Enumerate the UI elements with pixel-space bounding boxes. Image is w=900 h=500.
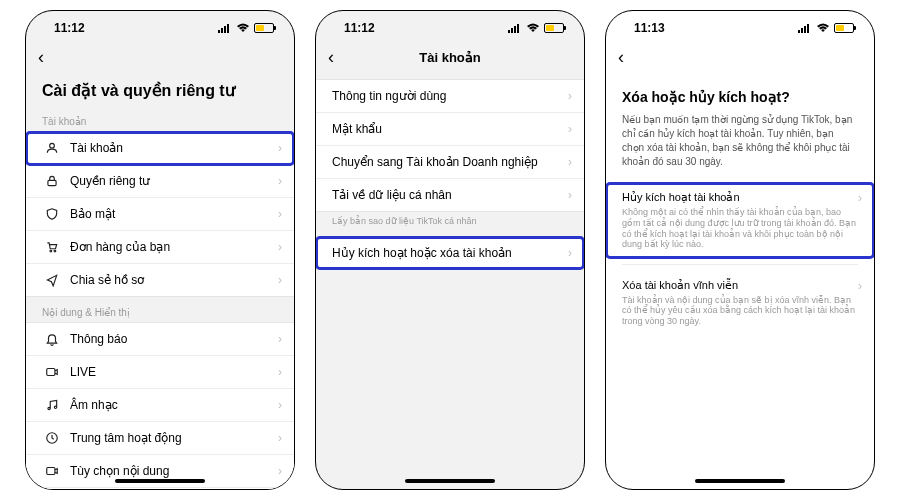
list-deactivate: Hủy kích hoạt hoặc xóa tài khoản ›: [316, 236, 584, 270]
row-switch-business[interactable]: Chuyển sang Tài khoản Doanh nghiệp ›: [316, 146, 584, 179]
live-icon: [42, 365, 62, 379]
lock-icon: [42, 174, 62, 188]
chevron-right-icon: ›: [568, 188, 572, 202]
row-deactivate[interactable]: Hủy kích hoạt tài khoản Không một ai có …: [606, 183, 874, 258]
row-label: Thông báo: [70, 332, 278, 346]
status-bar: 11:12: [26, 11, 294, 41]
row-label: Đơn hàng của bạn: [70, 240, 278, 254]
nav-bar: ‹: [606, 41, 874, 73]
chevron-right-icon: ›: [568, 155, 572, 169]
signal-icon: [508, 23, 522, 33]
status-icons: [798, 23, 854, 33]
row-notifications[interactable]: Thông báo ›: [26, 323, 294, 356]
signal-icon: [218, 23, 232, 33]
row-label: Trung tâm hoạt động: [70, 431, 278, 445]
svg-rect-17: [517, 24, 519, 33]
svg-rect-8: [47, 369, 55, 376]
wifi-icon: [526, 23, 540, 33]
svg-rect-15: [511, 28, 513, 33]
page-desc: Nếu bạn muốn tạm thời ngừng sử dụng TikT…: [606, 113, 874, 183]
status-time: 11:12: [54, 21, 85, 35]
row-label: Quyền riêng tư: [70, 174, 278, 188]
battery-icon: [834, 23, 854, 33]
chevron-right-icon: ›: [278, 141, 282, 155]
phone-screen-1: 11:12 ‹ Cài đặt và quyền riêng tư Tài kh…: [25, 10, 295, 490]
option-title: Hủy kích hoạt tài khoản: [622, 191, 858, 204]
row-privacy[interactable]: Quyền riêng tư ›: [26, 165, 294, 198]
row-account[interactable]: Tài khoản ›: [26, 132, 294, 165]
row-activity[interactable]: Trung tâm hoạt động ›: [26, 422, 294, 455]
chevron-right-icon: ›: [278, 398, 282, 412]
row-user-info[interactable]: Thông tin người dùng ›: [316, 80, 584, 113]
chevron-right-icon: ›: [858, 279, 862, 293]
wifi-icon: [236, 23, 250, 33]
row-download-data[interactable]: Tải về dữ liệu cá nhân ›: [316, 179, 584, 211]
svg-rect-1: [221, 28, 223, 33]
nav-title: Tài khoản: [419, 50, 480, 65]
content: Thông tin người dùng › Mật khẩu › Chuyển…: [316, 73, 584, 489]
svg-rect-21: [807, 24, 809, 33]
nav-bar: ‹ Tài khoản: [316, 41, 584, 73]
status-time: 11:13: [634, 21, 665, 35]
music-icon: [42, 398, 62, 412]
row-orders[interactable]: Đơn hàng của bạn ›: [26, 231, 294, 264]
row-label: Tài khoản: [70, 141, 278, 155]
svg-point-6: [50, 250, 52, 252]
svg-point-10: [54, 406, 56, 408]
video-icon: [42, 464, 62, 478]
section-header-content: Nội dung & Hiển thị: [26, 301, 294, 322]
list-account: Tài khoản › Quyền riêng tư › Bảo mật › Đ…: [26, 131, 294, 297]
svg-rect-0: [218, 30, 220, 33]
bell-icon: [42, 332, 62, 346]
status-bar: 11:13: [606, 11, 874, 41]
list-options: Hủy kích hoạt tài khoản Không một ai có …: [606, 183, 874, 335]
nav-bar: ‹: [26, 41, 294, 73]
svg-point-7: [54, 250, 56, 252]
option-sub: Tài khoản và nội dung của bạn sẽ bị xóa …: [622, 295, 858, 327]
back-button[interactable]: ‹: [328, 47, 334, 68]
chevron-right-icon: ›: [568, 89, 572, 103]
row-label: Hủy kích hoạt hoặc xóa tài khoản: [332, 246, 568, 260]
svg-point-9: [48, 407, 50, 409]
page-title: Cài đặt và quyền riêng tư: [26, 73, 294, 110]
row-delete-permanent[interactable]: Xóa tài khoản vĩnh viễn Tài khoản và nội…: [606, 271, 874, 335]
chevron-right-icon: ›: [278, 240, 282, 254]
battery-icon: [254, 23, 274, 33]
row-ads[interactable]: Quảng cáo ›: [26, 488, 294, 489]
section-header-account: Tài khoản: [26, 110, 294, 131]
user-icon: [42, 141, 62, 155]
home-indicator[interactable]: [405, 479, 495, 483]
download-data-note: Lấy bản sao dữ liệu TikTok cá nhân: [316, 212, 584, 236]
chevron-right-icon: ›: [278, 207, 282, 221]
row-share-profile[interactable]: Chia sẻ hồ sơ ›: [26, 264, 294, 296]
home-indicator[interactable]: [115, 479, 205, 483]
row-password[interactable]: Mật khẩu ›: [316, 113, 584, 146]
signal-icon: [798, 23, 812, 33]
row-live[interactable]: LIVE ›: [26, 356, 294, 389]
chevron-right-icon: ›: [858, 191, 862, 205]
row-label: Tùy chọn nội dung: [70, 464, 278, 478]
chevron-right-icon: ›: [278, 464, 282, 478]
home-indicator[interactable]: [695, 479, 785, 483]
svg-rect-18: [798, 30, 800, 33]
status-bar: 11:12: [316, 11, 584, 41]
svg-rect-19: [801, 28, 803, 33]
svg-rect-3: [227, 24, 229, 33]
row-music[interactable]: Âm nhạc ›: [26, 389, 294, 422]
chevron-right-icon: ›: [278, 332, 282, 346]
option-sub: Không một ai có thể nhìn thấy tài khoản …: [622, 207, 858, 250]
shield-icon: [42, 207, 62, 221]
chevron-right-icon: ›: [568, 122, 572, 136]
content: Xóa hoặc hủy kích hoạt? Nếu bạn muốn tạm…: [606, 73, 874, 489]
svg-rect-5: [48, 180, 56, 185]
row-content-prefs[interactable]: Tùy chọn nội dung ›: [26, 455, 294, 488]
row-deactivate-delete[interactable]: Hủy kích hoạt hoặc xóa tài khoản ›: [316, 237, 584, 269]
phone-screen-3: 11:13 ‹ Xóa hoặc hủy kích hoạt? Nếu bạn …: [605, 10, 875, 490]
back-button[interactable]: ‹: [38, 47, 44, 68]
share-icon: [42, 273, 62, 287]
svg-rect-16: [514, 26, 516, 33]
back-button[interactable]: ‹: [618, 47, 624, 68]
row-security[interactable]: Bảo mật ›: [26, 198, 294, 231]
status-icons: [218, 23, 274, 33]
chevron-right-icon: ›: [568, 246, 572, 260]
